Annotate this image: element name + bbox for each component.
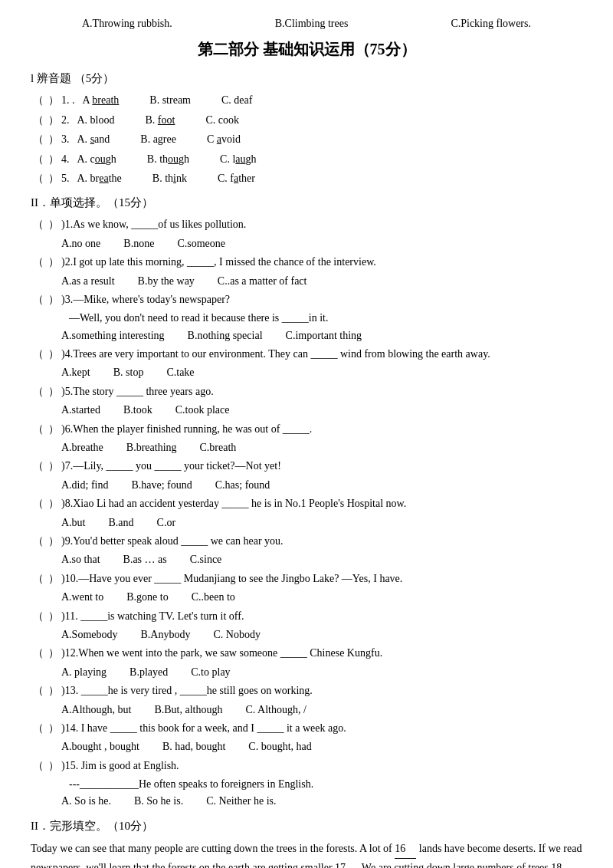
q3-paren: （ (31, 131, 46, 148)
q5-paren: （ (31, 170, 46, 187)
section1: l 辨音题 （5分） （ ） 1. . A breath B. stream C… (31, 69, 582, 187)
q5-num: 5. (61, 170, 70, 187)
s2-q5-options: A.started B.took C.took place (61, 402, 582, 419)
s2-q2-text: )2.I got up late this morning, _____, I … (61, 254, 376, 271)
q5-opt-b: B. think (152, 170, 187, 187)
s2-q4-text: )4.Trees are very important to our envir… (61, 346, 490, 363)
option-a: A.Throwing rubbish. (82, 15, 172, 32)
s2-q2-row: （） )2.I got up late this morning, _____,… (31, 254, 582, 271)
q1-opt-a: A breath (83, 92, 120, 109)
s2-q6-row: （） )6.When the player finished running, … (31, 421, 582, 438)
q1-options: A breath B. stream C. deaf (83, 92, 253, 109)
q1-num: 1. . (61, 92, 75, 109)
s2-q4-options: A.kept B. stop C.take (61, 364, 582, 381)
q5-opt-a: A. breathe (77, 170, 122, 187)
q4-opt-a: A. cough (77, 151, 116, 168)
q5-options: A. breathe B. think C. father (77, 170, 255, 187)
s2-q12-text: )12.When we went into the park, we saw s… (61, 645, 382, 662)
option-c: C.Picking flowers. (451, 15, 531, 32)
s2-q6-text: )6.When the player finished running, he … (61, 421, 312, 438)
s2-q2-options: A.as a result B.by the way C..as a matte… (61, 273, 582, 290)
q5-opt-c: C. father (218, 170, 255, 187)
s2-q8-options: A.but B.and C.or (61, 515, 582, 531)
s2-q10-row: （） )10.—Have you ever _____ Mudanjiang t… (31, 570, 582, 587)
section1-title: l 辨音题 （5分） (31, 69, 582, 87)
s2-q14-options: A.bought , bought B. had, bought C. boug… (61, 738, 582, 755)
s2-q9-row: （） )9.You'd better speak aloud _____ we … (31, 533, 582, 550)
s2-q3-row: （） )3.—Mike, where's today's newspaper? (31, 291, 582, 308)
q4-num: 4. (61, 151, 70, 168)
s2-q1-row: （） )1.As we know, _____of us likes pollu… (31, 216, 582, 233)
q3-num: 3. (61, 131, 70, 148)
q5-paren2: ） (46, 170, 61, 187)
s2-q11-options: A.Somebody B.Anybody C. Nobody (61, 626, 582, 643)
s2-q14-text: )14. I have _____ this book for a week, … (61, 720, 346, 737)
s2-q5-row: （） )5.The story _____ three years ago. (31, 383, 582, 400)
s2-q9-options: A.so that B.as … as C.since (61, 551, 582, 568)
s2-q3-subtext: —Well, you don't need to read it because… (69, 310, 582, 327)
s2-q12-row: （） )12.When we went into the park, we sa… (31, 645, 582, 662)
section2-title: II．单项选择。（15分） (31, 193, 582, 212)
s2-q7-row: （） )7.—Lily, _____ you _____ your ticket… (31, 458, 582, 475)
q2-num: 2. (61, 112, 70, 129)
q2-paren2: ） (46, 112, 61, 129)
q1-paren2: ） (46, 92, 61, 109)
phonetics-q1: （ ） 1. . A breath B. stream C. deaf (31, 92, 582, 109)
s2-q13-text: )13. _____he is very tired , _____he sti… (61, 682, 313, 699)
phonetics-q2: （ ） 2. A. blood B. foot C. cook (31, 112, 582, 129)
s2-q11-row: （） )11. _____is watching TV. Let's turn … (31, 608, 582, 625)
s2-q9-text: )9.You'd better speak aloud _____ we can… (61, 533, 284, 550)
s2-q15-row: （） )15. Jim is good at English. (31, 758, 582, 774)
s2-q15-options: A. So is he. B. So he is. C. Neither he … (61, 793, 582, 810)
section3: II．完形填空。（10分） Today we can see that many… (31, 817, 582, 868)
q2-options: A. blood B. foot C. cook (77, 112, 239, 129)
s2-q10-text: )10.—Have you ever _____ Mudanjiang to s… (61, 570, 402, 587)
header-options: A.Throwing rubbish. B.Climbing trees C.P… (31, 15, 582, 32)
s2-q1-text: )1.As we know, _____of us likes pollutio… (61, 216, 246, 233)
s2-q7-text: )7.—Lily, _____ you _____ your ticket?—N… (61, 458, 281, 475)
q3-opt-b: B. agree (140, 131, 176, 148)
q2-opt-b: B. foot (146, 112, 175, 129)
s2-q8-text: )8.Xiao Li had an accident yesterday ___… (61, 495, 406, 512)
q1-opt-c: C. deaf (221, 92, 252, 109)
q4-paren2: ） (46, 151, 61, 168)
s2-q7-options: A.did; find B.have; found C.has; found (61, 477, 582, 494)
s2-q3-options: A.something interesting B.nothing specia… (61, 327, 582, 344)
s2-q13-options: A.Although, but B.But, although C. Altho… (61, 702, 582, 718)
s2-q11-text: )11. _____is watching TV. Let's turn it … (61, 608, 244, 625)
s2-q6-options: A.breathe B.breathing C.breath (61, 439, 582, 456)
s2-q5-text: )5.The story _____ three years ago. (61, 383, 214, 400)
q4-paren: （ (31, 151, 46, 168)
q2-paren: （ (31, 112, 46, 129)
section3-title: II．完形填空。（10分） (31, 817, 582, 835)
s2-q15-subtext: ---___________He often speaks to foreign… (69, 776, 582, 793)
phonetics-q3: （ ） 3. A. sand B. agree C avoid (31, 131, 582, 148)
q2-opt-a: A. blood (77, 112, 115, 129)
phonetics-q4: （ ） 4. A. cough B. though C. laugh (31, 151, 582, 168)
s2-q1-options: A.no one B.none C.someone (61, 235, 582, 252)
s2-q8-row: （） )8.Xiao Li had an accident yesterday … (31, 495, 582, 512)
s2-q4-row: （） )4.Trees are very important to our en… (31, 346, 582, 363)
q2-opt-c: C. cook (205, 112, 239, 129)
s2-q14-row: （） )14. I have _____ this book for a wee… (31, 720, 582, 737)
q3-opt-c: C avoid (207, 131, 241, 148)
q3-paren2: ） (46, 131, 61, 148)
s2-q3-text: )3.—Mike, where's today's newspaper? (61, 291, 230, 308)
s2-q15-text: )15. Jim is good at English. (61, 758, 179, 774)
q3-opt-a: A. sand (77, 131, 110, 148)
q1-paren: （ (31, 92, 46, 109)
s2-q12-options: A. playing B.played C.to play (61, 664, 582, 681)
section3-para1: Today we can see that many people are cu… (31, 840, 582, 868)
section2: II．单项选择。（15分） （） )1.As we know, _____of … (31, 193, 582, 810)
s2-q10-options: A.went to B.gone to C..been to (61, 589, 582, 606)
q4-opt-c: C. laugh (220, 151, 256, 168)
s2-q13-row: （） )13. _____he is very tired , _____he … (31, 682, 582, 699)
q1-opt-b: B. stream (149, 92, 191, 109)
phonetics-q5: （ ） 5. A. breathe B. think C. father (31, 170, 582, 187)
part2-title: 第二部分 基础知识运用（75分） (31, 37, 582, 61)
option-b: B.Climbing trees (275, 15, 349, 32)
q3-options: A. sand B. agree C avoid (77, 131, 241, 148)
q4-options: A. cough B. though C. laugh (77, 151, 257, 168)
q4-opt-b: B. though (147, 151, 189, 168)
